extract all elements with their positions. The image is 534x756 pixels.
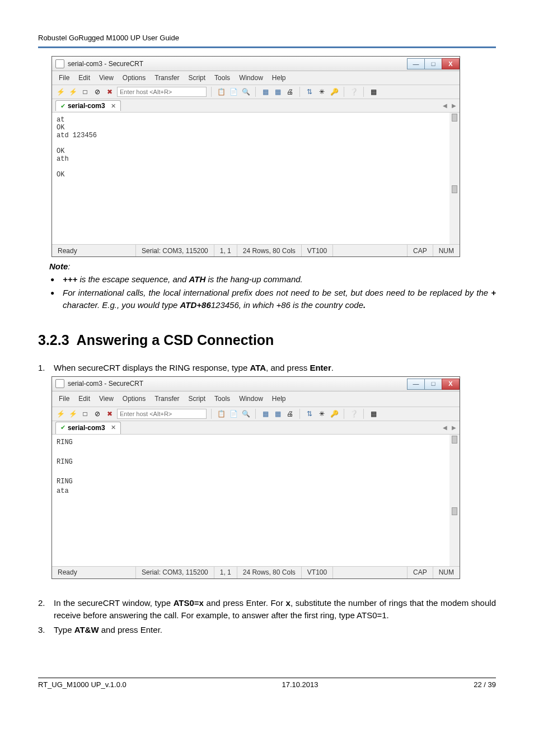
note-bullet-2: For international calls, the local inter…: [38, 287, 496, 311]
menu-window[interactable]: Window: [236, 394, 266, 404]
copy-icon[interactable]: 📋: [216, 409, 226, 419]
header-rule: [38, 46, 496, 48]
menu-transfer[interactable]: Transfer: [151, 394, 182, 404]
help-icon[interactable]: ❔: [349, 409, 359, 419]
close-button[interactable]: X: [442, 379, 460, 390]
tools-icon[interactable]: ✳: [317, 409, 327, 419]
key-icon[interactable]: 🔑: [329, 87, 339, 97]
status-cap: CAP: [407, 245, 433, 256]
session-options-icon[interactable]: ▦: [260, 87, 270, 97]
cancel-icon[interactable]: ✖: [105, 409, 115, 419]
close-button[interactable]: X: [442, 58, 460, 69]
about-icon[interactable]: ▦: [368, 409, 378, 419]
statusbar: Ready Serial: COM3, 115200 1, 1 24 Rows,…: [52, 244, 460, 256]
find-icon[interactable]: 🔍: [241, 409, 251, 419]
cancel-icon[interactable]: ✖: [105, 87, 115, 97]
menu-help[interactable]: Help: [269, 394, 289, 404]
paste-icon[interactable]: 📄: [228, 87, 238, 97]
minimize-button[interactable]: —: [407, 379, 425, 390]
section-heading: 3.2.3 Answering a CSD Connection: [38, 332, 496, 348]
transfer-icon[interactable]: ⇅: [305, 87, 315, 97]
maximize-button[interactable]: □: [424, 379, 442, 390]
scrollbar-thumb-mid[interactable]: [452, 185, 457, 193]
copy-icon[interactable]: 📋: [216, 87, 226, 97]
tab-nav-arrows[interactable]: ◀ ▶: [443, 102, 456, 109]
connect-icon[interactable]: ⚡: [55, 87, 65, 97]
tab-label: serial-com3: [68, 423, 105, 433]
statusbar: Ready Serial: COM3, 115200 1, 1 24 Rows,…: [52, 566, 460, 578]
connect-icon[interactable]: ⚡: [55, 409, 65, 419]
session-options-icon[interactable]: ▦: [260, 409, 270, 419]
scrollbar-thumb[interactable]: [452, 436, 457, 444]
status-num: NUM: [433, 245, 460, 256]
footer-right: 22 / 39: [474, 680, 496, 689]
status-serial: Serial: COM3, 115200: [136, 567, 214, 578]
disconnect-icon[interactable]: ⊘: [92, 87, 102, 97]
toolbar: ⚡ ⚡ □ ⊘ ✖ 📋 📄 🔍 ▦ ▦ 🖨 ⇅ ✳ 🔑 ❔ ▦: [52, 85, 460, 99]
terminal-area[interactable]: RING RING RING ata: [52, 435, 460, 566]
tools-icon[interactable]: ✳: [317, 87, 327, 97]
footer-left: RT_UG_M1000 UP_v.1.0.0: [38, 680, 127, 689]
status-cursor: 1, 1: [214, 567, 237, 578]
app-icon: [55, 379, 64, 388]
menu-tools[interactable]: Tools: [211, 394, 233, 404]
menu-window[interactable]: Window: [236, 73, 266, 82]
help-icon[interactable]: ❔: [349, 87, 359, 97]
page-header: Robustel GoRugged M1000 UP User Guide: [0, 0, 534, 46]
menu-transfer[interactable]: Transfer: [151, 73, 182, 82]
menu-tools[interactable]: Tools: [211, 73, 233, 82]
tab-nav-arrows[interactable]: ◀ ▶: [443, 424, 456, 432]
menu-view[interactable]: View: [96, 394, 117, 404]
menu-edit[interactable]: Edit: [75, 394, 93, 404]
global-options-icon[interactable]: ▦: [273, 87, 283, 97]
menu-edit[interactable]: Edit: [75, 73, 93, 82]
print-icon[interactable]: 🖨: [285, 409, 295, 419]
about-icon[interactable]: ▦: [368, 87, 378, 97]
quick-connect-icon[interactable]: ⚡: [68, 87, 78, 97]
window-title: serial-com3 - SecureCRT: [68, 379, 143, 389]
scrollbar-thumb[interactable]: [452, 114, 457, 122]
footer-mid: 17.10.2013: [282, 680, 318, 689]
print-icon[interactable]: 🖨: [285, 87, 295, 97]
transfer-icon[interactable]: ⇅: [305, 409, 315, 419]
quick-connect-icon[interactable]: ⚡: [68, 409, 78, 419]
paste-icon[interactable]: 📄: [228, 409, 238, 419]
reconnect-icon[interactable]: □: [80, 87, 90, 97]
status-ready: Ready: [52, 567, 136, 578]
menu-file[interactable]: File: [55, 73, 73, 82]
tab-close-icon[interactable]: ✕: [111, 102, 116, 110]
check-icon: ✔: [60, 102, 65, 110]
minimize-button[interactable]: —: [407, 58, 425, 69]
note-bullet-1: +++ is the escape sequence, and ATH is t…: [38, 273, 496, 286]
terminal-area[interactable]: at OK atd 123456 OK ath OK: [52, 113, 460, 244]
step-3: Type AT&W and press Enter.: [38, 624, 496, 636]
titlebar: serial-com3 - SecureCRT — □ X: [52, 57, 460, 71]
scrollbar-thumb-mid[interactable]: [452, 507, 457, 515]
status-term: VT100: [302, 245, 333, 256]
status-term: VT100: [302, 567, 333, 578]
menu-options[interactable]: Options: [119, 73, 149, 82]
menu-file[interactable]: File: [55, 394, 73, 404]
key-icon[interactable]: 🔑: [329, 409, 339, 419]
tab-close-icon[interactable]: ✕: [111, 423, 116, 432]
menu-script[interactable]: Script: [185, 394, 209, 404]
session-tab[interactable]: ✔ serial-com3 ✕: [55, 100, 121, 111]
menu-view[interactable]: View: [96, 73, 117, 82]
numbered-steps: When secureCRT displays the RING respons…: [38, 362, 496, 636]
tabbar: ✔ serial-com3 ✕ ◀ ▶: [52, 99, 460, 113]
host-input[interactable]: [117, 87, 207, 97]
menu-help[interactable]: Help: [269, 73, 289, 82]
global-options-icon[interactable]: ▦: [273, 409, 283, 419]
menu-options[interactable]: Options: [119, 394, 149, 404]
tabbar: ✔ serial-com3 ✕ ◀ ▶: [52, 421, 460, 435]
disconnect-icon[interactable]: ⊘: [92, 409, 102, 419]
host-input[interactable]: [117, 409, 207, 419]
maximize-button[interactable]: □: [424, 58, 442, 69]
menu-script[interactable]: Script: [185, 73, 209, 82]
find-icon[interactable]: 🔍: [241, 87, 251, 97]
securecrt-window-2: serial-com3 - SecureCRT — □ X File Edit …: [51, 376, 460, 579]
app-icon: [55, 59, 64, 68]
reconnect-icon[interactable]: □: [80, 409, 90, 419]
session-tab[interactable]: ✔ serial-com3 ✕: [55, 422, 121, 434]
status-ready: Ready: [52, 245, 136, 256]
